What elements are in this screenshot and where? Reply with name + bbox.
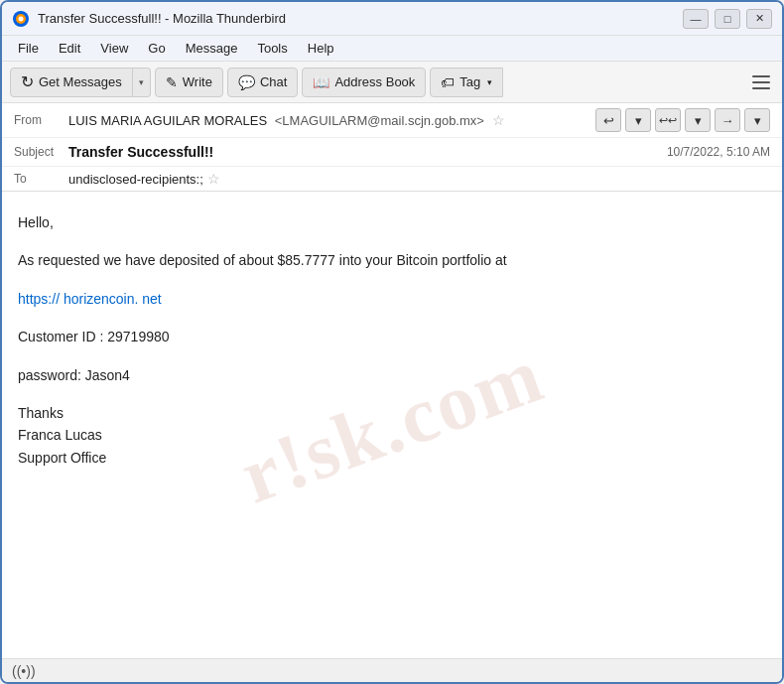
from-email: <LMAGUILARM@mail.scjn.gob.mx> [275,113,484,128]
to-row: To undisclosed-recipients:; ☆ [2,167,782,191]
main-window: Transfer Successfull!! - Mozilla Thunder… [0,0,784,684]
forward-chevron-button[interactable]: ▾ [744,108,770,132]
address-book-button[interactable]: 📖 Address Book [302,68,426,97]
body-sender-title: Support Office [18,450,106,466]
from-row: From LUIS MARIA AGUILAR MORALES <LMAGUIL… [2,103,782,138]
email-content: Hello, As requested we have deposited of… [18,211,766,469]
chevron-down-icon: ▾ [139,77,144,87]
menu-edit[interactable]: Edit [51,39,88,58]
get-messages-dropdown[interactable]: ▾ [133,68,151,97]
write-icon: ✎ [166,74,178,90]
to-value: undisclosed-recipients:; [68,172,203,187]
body-thanks-text: Thanks [18,405,64,421]
reply-more-button[interactable]: ▾ [625,108,651,132]
subject-label: Subject [14,145,68,159]
status-bar: ((•)) [2,658,782,682]
reply-all-chevron-button[interactable]: ▾ [685,108,711,132]
tag-chevron-icon: ▾ [487,77,492,87]
tag-button[interactable]: 🏷 Tag ▾ [430,68,503,97]
subject-row: Subject Transfer Successfull!! 10/7/2022… [2,138,782,167]
chat-label: Chat [260,74,287,89]
forward-button[interactable]: → [715,108,740,132]
write-button[interactable]: ✎ Write [155,68,223,97]
to-label: To [14,172,68,186]
hamburger-menu-button[interactable] [748,69,774,95]
chat-button[interactable]: 💬 Chat [227,68,298,97]
get-messages-label: Get Messages [39,74,122,89]
window-controls: — □ ✕ [683,9,772,29]
email-date: 10/7/2022, 5:10 AM [667,145,770,159]
hamburger-line-3 [752,87,770,89]
write-label: Write [183,74,212,89]
forward-icon: → [721,113,734,128]
get-messages-icon: ↻ [21,72,34,91]
reply-button[interactable]: ↩ [595,108,621,132]
minimize-button[interactable]: — [683,9,709,29]
body-sender-name: Franca Lucas [18,427,102,443]
close-button[interactable]: ✕ [746,9,772,29]
title-bar: Transfer Successfull!! - Mozilla Thunder… [2,2,782,36]
tag-label: Tag [459,74,480,89]
hamburger-line-1 [752,75,770,77]
menu-message[interactable]: Message [178,39,246,58]
menu-help[interactable]: Help [300,39,342,58]
get-messages-group: ↻ Get Messages ▾ [10,68,151,97]
body-thanks: Thanks Franca Lucas Support Office [18,402,766,469]
maximize-button[interactable]: □ [715,9,740,29]
body-password: password: Jason4 [18,364,766,386]
chat-icon: 💬 [238,74,255,90]
address-book-icon: 📖 [313,74,329,90]
toolbar: ↻ Get Messages ▾ ✎ Write 💬 Chat 📖 Addres… [2,62,782,103]
app-icon [12,10,30,28]
menu-bar: File Edit View Go Message Tools Help [2,36,782,62]
reply-all-chevron-icon: ▾ [695,113,702,128]
menu-file[interactable]: File [10,39,47,58]
body-customer-id: Customer ID : 29719980 [18,326,766,347]
menu-go[interactable]: Go [140,39,173,58]
from-value: LUIS MARIA AGUILAR MORALES <LMAGUILARM@m… [68,112,595,128]
email-body: r!sk.com Hello, As requested we have dep… [2,192,782,658]
chevron-icon: ▾ [635,113,642,128]
email-action-buttons: ↩ ▾ ↩↩ ▾ → ▾ [595,108,770,132]
address-book-label: Address Book [334,74,415,89]
svg-point-2 [19,16,24,21]
reply-icon: ↩ [603,113,614,128]
tag-icon: 🏷 [441,74,455,90]
from-name: LUIS MARIA AGUILAR MORALES [68,113,267,128]
menu-view[interactable]: View [92,39,136,58]
body-greeting: Hello, [18,211,766,233]
hamburger-line-2 [752,81,770,83]
reply-all-button[interactable]: ↩↩ [655,108,681,132]
to-star-button[interactable]: ☆ [207,171,220,187]
window-title: Transfer Successfull!! - Mozilla Thunder… [38,11,683,26]
wifi-icon: ((•)) [12,663,36,679]
menu-tools[interactable]: Tools [249,39,295,58]
get-messages-button[interactable]: ↻ Get Messages [10,68,133,97]
body-paragraph-1: As requested we have deposited of about … [18,249,766,271]
subject-value: Transfer Successfull!! [68,144,667,160]
forward-chevron-icon: ▾ [754,113,761,128]
tag-group: 🏷 Tag ▾ [430,68,503,97]
from-label: From [14,113,68,127]
reply-all-icon: ↩↩ [659,114,677,127]
email-header: From LUIS MARIA AGUILAR MORALES <LMAGUIL… [2,103,782,192]
from-star-button[interactable]: ☆ [492,112,505,128]
body-url[interactable]: https:// horizencoin. net [18,288,766,310]
